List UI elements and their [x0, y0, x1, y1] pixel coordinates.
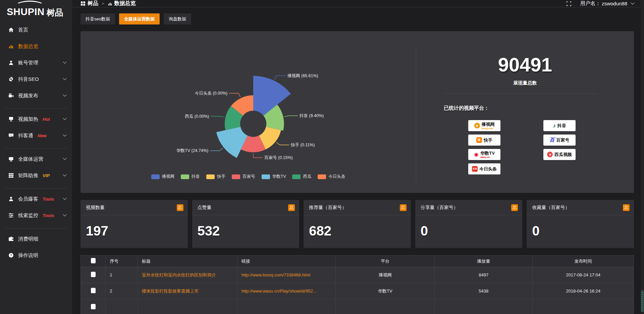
video-url-link[interactable]: http://www.boosj.com/7338468.html	[237, 267, 336, 283]
scrollbar-thumb[interactable]	[641, 291, 644, 312]
gear-icon	[8, 76, 14, 82]
cell-views: 5438	[435, 283, 533, 299]
user-menu[interactable]: 用户名： zswodun88	[580, 0, 634, 7]
fullscreen-icon[interactable]	[566, 1, 572, 6]
pie-label: 抖音 (9.40%)	[299, 113, 324, 118]
cell-no	[106, 299, 138, 314]
sidebar-item[interactable]: 视频发布	[0, 89, 72, 103]
platform-name: 快手	[484, 138, 492, 142]
platform-name: 华数TV	[480, 151, 495, 155]
legend-swatch	[232, 174, 240, 179]
sidebar-item[interactable]: 消费明细	[0, 232, 72, 246]
pie-slice[interactable]	[216, 127, 248, 158]
chart-legend: 播视网抖音快手百家号华数TV西瓜今日头条	[80, 174, 416, 179]
col-header-views: 播放量	[435, 256, 533, 267]
sidebar-item-tag: Hot	[43, 117, 50, 122]
sidebar-item[interactable]: 首页	[0, 23, 72, 37]
sidebar-item-tag: Tools	[43, 213, 54, 218]
sidebar-divider	[5, 228, 67, 228]
total-badge: 总	[400, 204, 407, 211]
legend-item[interactable]: 西瓜	[292, 174, 311, 179]
stat-card-value: 0	[415, 215, 523, 239]
select-all-checkbox[interactable]	[91, 258, 96, 263]
platform-badge-kuaishou: 快快手	[468, 135, 500, 146]
screen-icon	[8, 116, 14, 122]
tab-douyin-seo-data[interactable]: 抖音seo数据	[80, 13, 115, 24]
baijiahao-icon: 百	[550, 137, 555, 143]
breadcrumb-item-home[interactable]: 树品	[80, 0, 98, 7]
sidebar-item[interactable]: 视频加热Hot	[0, 112, 72, 126]
row-checkbox[interactable]	[91, 288, 96, 293]
col-header-time: 发布时间	[533, 256, 634, 267]
sidebar-item[interactable]: 全媒体运营	[0, 152, 72, 166]
video-title-link[interactable]	[138, 299, 237, 314]
video-url-link[interactable]	[237, 299, 336, 314]
row-checkbox[interactable]	[91, 272, 96, 277]
col-header-link: 链接	[237, 256, 336, 267]
table-row-partial	[81, 299, 634, 314]
home-icon	[8, 27, 14, 33]
stat-card-label: 点赞量	[198, 205, 212, 211]
sidebar-menu: 首页数据总览账号管理抖音SEO视频发布视频加热Hot抖客通New全媒体运营矩阵助…	[0, 20, 72, 265]
rose-pie-chart[interactable]: 播视网 (65.61%)抖音 (9.40%)快手 (0.11%)百家号 (0.1…	[80, 31, 416, 193]
video-title-link[interactable]: 室外水纹灯和室内水纹灯的区别和简介	[138, 267, 237, 283]
breadcrumb-separator: >	[102, 1, 104, 6]
video-url-link[interactable]: http://www.wasu.cn/Play/show/id/952...	[237, 283, 336, 299]
sliders-icon	[8, 213, 14, 218]
total-impressions-label: 展现量总数	[416, 80, 634, 86]
sidebar-item[interactable]: 会员爆客Tools	[0, 192, 72, 206]
sidebar-item[interactable]: 数据总览	[0, 39, 72, 53]
legend-item[interactable]: 快手	[206, 174, 225, 179]
total-impressions-value: 90491	[416, 55, 634, 74]
app-root: SHUPIN 树品 首页数据总览账号管理抖音SEO视频发布视频加热Hot抖客通N…	[0, 0, 644, 314]
sidebar-item[interactable]: ?操作说明	[0, 248, 72, 262]
sidebar-item-label: 视频加热	[18, 116, 38, 122]
cell-no: 2	[106, 283, 138, 299]
legend-swatch	[151, 174, 160, 179]
stat-card-value: 532	[192, 215, 300, 239]
sidebar-item[interactable]: 线索监控Tools	[0, 208, 72, 222]
legend-item[interactable]: 今日头条	[318, 174, 345, 179]
member-icon	[8, 196, 14, 202]
svg-text:?: ?	[10, 253, 12, 257]
row-checkbox[interactable]	[91, 304, 96, 309]
stat-card-label: 推荐量（百家号）	[309, 205, 346, 211]
summary-area: 90491 展现量总数 已统计的视频平台： 播视网boosj.com快快手华数T…	[416, 31, 634, 193]
legend-item[interactable]: 华数TV	[262, 174, 286, 179]
chevron-down-icon	[63, 173, 66, 176]
legend-label: 华数TV	[272, 174, 286, 179]
rose-chart-area[interactable]: 播视网 (65.61%)抖音 (9.40%)快手 (0.11%)百家号 (0.1…	[80, 31, 416, 193]
cell-time: 2017-08-24 17:04	[533, 267, 634, 283]
total-badge: 总	[623, 204, 630, 211]
breadcrumb-item-current[interactable]: 数据总览	[108, 0, 136, 7]
sidebar-item[interactable]: 账号管理	[0, 56, 72, 70]
chat-icon	[8, 133, 14, 139]
cell-platform	[336, 299, 435, 314]
sidebar-item-label: 视频发布	[18, 93, 38, 99]
boosj-play-icon	[474, 123, 480, 128]
stat-card-header: 点赞量总	[192, 200, 300, 215]
topbar: 树品 > 数据总览 用户名： zswodun88	[72, 0, 644, 7]
cell-time: 2018-04-26 16:24	[533, 283, 634, 299]
sidebar-item[interactable]: 矩阵助推VIP	[0, 168, 72, 182]
stat-cards-row: 视频数量总197点赞量总532推荐量（百家号）总682分享量（百家号）总0收藏量…	[80, 200, 634, 248]
platform-badge-wasu: 华数TVwasu.cn	[468, 149, 500, 160]
cell-platform: 华数TV	[336, 283, 435, 299]
cell-no: 1	[106, 267, 138, 283]
main-area: 树品 > 数据总览 用户名： zswodun88	[72, 0, 644, 314]
legend-label: 西瓜	[303, 174, 311, 179]
legend-item[interactable]: 抖音	[181, 174, 200, 179]
douyin-note-icon: ♪	[553, 123, 556, 128]
legend-item[interactable]: 百家号	[232, 174, 255, 179]
sidebar-item-label: 首页	[18, 27, 28, 33]
legend-item[interactable]: 播视网	[151, 174, 175, 179]
legend-label: 抖音	[192, 174, 200, 179]
tab-xunpan-data[interactable]: 询盘数据	[164, 13, 191, 24]
sidebar-item[interactable]: 抖客通New	[0, 128, 72, 143]
platform-sub: wasu.cn	[480, 156, 490, 158]
sidebar-item-label: 操作说明	[18, 252, 38, 259]
cell-time	[533, 299, 634, 314]
video-title-link[interactable]: 楼体投影灯投影效果震撼上市	[138, 283, 237, 299]
sidebar-item[interactable]: 抖音SEO	[0, 72, 72, 86]
tab-quanmeiti-data[interactable]: 全媒体运营数据	[119, 13, 160, 24]
